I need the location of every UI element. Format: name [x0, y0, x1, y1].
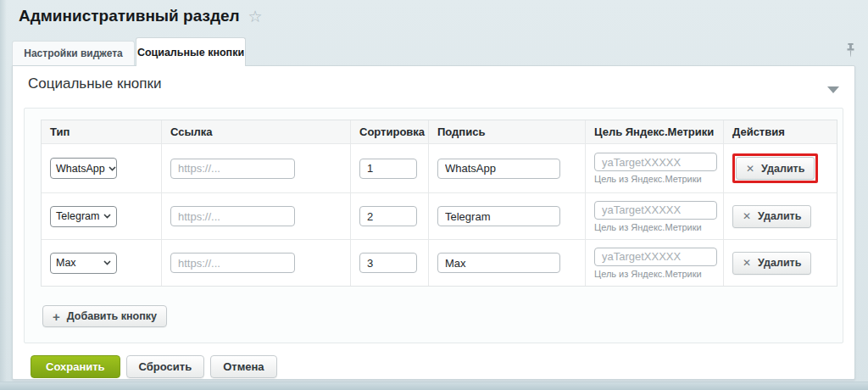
metrika-hint: Цель из Яндекс.Метрики [594, 269, 702, 279]
sort-input[interactable] [359, 206, 417, 226]
column-header-metrika: Цель Яндекс.Метрики [585, 120, 723, 143]
delete-x-icon: ✕ [746, 163, 754, 175]
add-button[interactable]: + Добавить кнопку [42, 305, 167, 327]
add-button-label: Добавить кнопку [67, 310, 157, 322]
page-left-shade [0, 0, 7, 390]
metrika-goal-input[interactable] [594, 153, 717, 171]
delete-button-label: Удалить [761, 163, 804, 175]
collapse-chevron-icon[interactable] [827, 86, 839, 93]
delete-x-icon: ✕ [743, 257, 751, 269]
caption-input[interactable] [437, 253, 560, 273]
type-select-value: WhatsApp [56, 163, 105, 175]
table-header-row: Тип Ссылка Сортировка Подпись Цель Яндек… [42, 120, 837, 143]
link-input[interactable] [170, 206, 295, 226]
type-select[interactable]: WhatsApp [50, 158, 117, 179]
highlight-box: ✕ Удалить [732, 153, 818, 183]
link-input[interactable] [170, 159, 295, 179]
delete-button[interactable]: ✕ Удалить [736, 157, 815, 180]
metrika-hint: Цель из Яндекс.Метрики [594, 174, 702, 184]
delete-button-label: Удалить [758, 210, 801, 222]
delete-button[interactable]: ✕ Удалить [732, 252, 811, 275]
type-select-value: Max [56, 257, 76, 269]
table-row: Telegram Цель из Яндекс.Метрики ✕ Удалит… [42, 192, 837, 239]
metrika-goal-input[interactable] [594, 201, 717, 220]
favorite-star-icon[interactable]: ☆ [248, 8, 263, 25]
type-select[interactable]: Max [50, 253, 117, 274]
chevron-down-icon [108, 166, 116, 171]
caption-input[interactable] [437, 159, 560, 179]
reset-button[interactable]: Сбросить [126, 355, 205, 378]
social-buttons-form: Тип Ссылка Сортировка Подпись Цель Яндек… [24, 108, 843, 343]
delete-x-icon: ✕ [743, 210, 751, 222]
save-button[interactable]: Сохранить [31, 355, 120, 378]
type-select[interactable]: Telegram [50, 206, 117, 227]
sort-input[interactable] [359, 253, 417, 273]
link-input[interactable] [170, 253, 295, 273]
tab-social-buttons-label: Социальные кнопки [137, 47, 244, 58]
column-header-sort: Сортировка [350, 120, 428, 143]
table-row: Max Цель из Яндекс.Метрики ✕ Удалить [42, 239, 837, 286]
page-title: Административный раздел [19, 7, 240, 25]
tab-social-buttons[interactable]: Социальные кнопки [136, 37, 246, 66]
column-header-type: Тип [42, 120, 161, 143]
delete-button-label: Удалить [758, 257, 801, 269]
chevron-down-icon [103, 260, 111, 265]
content-panel: Социальные кнопки Тип Ссылка Сортировка … [12, 65, 855, 380]
plus-icon: + [53, 310, 60, 323]
type-select-value: Telegram [56, 210, 99, 222]
tab-widget-settings[interactable]: Настройки виджета [12, 41, 135, 65]
caption-input[interactable] [437, 206, 560, 226]
section-title: Социальные кнопки [28, 75, 161, 92]
sort-input[interactable] [359, 159, 417, 179]
pin-tabs-icon[interactable] [845, 42, 856, 58]
chevron-down-icon [103, 214, 111, 219]
metrika-goal-input[interactable] [594, 248, 717, 266]
social-buttons-table: Тип Ссылка Сортировка Подпись Цель Яндек… [41, 120, 837, 287]
delete-button[interactable]: ✕ Удалить [732, 205, 811, 228]
footer-actions: Сохранить Сбросить Отмена [31, 355, 277, 378]
tab-widget-settings-label: Настройки виджета [24, 47, 122, 59]
column-header-actions: Действия [723, 120, 837, 143]
column-header-caption: Подпись [428, 120, 585, 143]
column-header-link: Ссылка [161, 120, 350, 143]
table-row: WhatsApp Цель из Яндекс.Метрики ✕ Удалит [42, 143, 837, 192]
cancel-button[interactable]: Отмена [210, 355, 276, 378]
metrika-hint: Цель из Яндекс.Метрики [594, 222, 702, 232]
page-header: Административный раздел ☆ [19, 7, 263, 25]
bottom-edge [0, 382, 868, 390]
